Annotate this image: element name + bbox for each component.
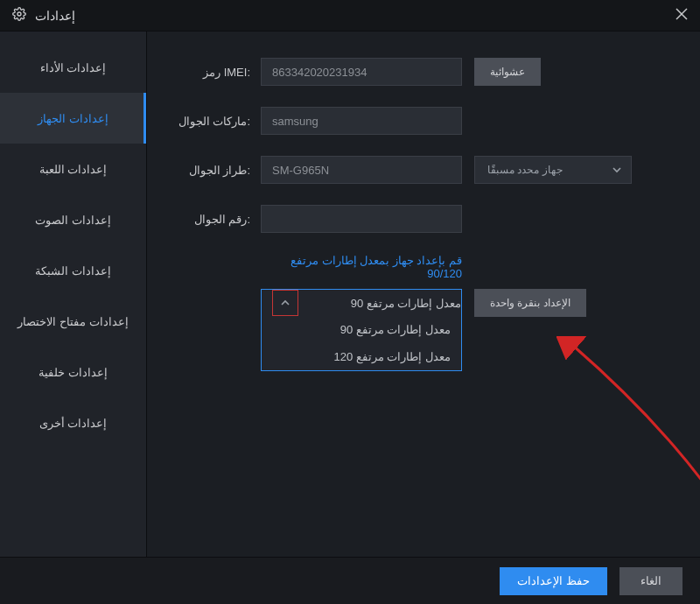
frame-rate-heading: قم بإعداد جهاز بمعدل إطارات مرتفع 90/120 xyxy=(261,254,462,280)
sidebar: إعدادات الأداء إعدادات الجهاز إعدادات ال… xyxy=(0,32,147,557)
one-click-setup-button[interactable]: الإعداد بنقرة واحدة xyxy=(474,289,586,317)
sidebar-item-network[interactable]: إعدادات الشبكة xyxy=(0,245,146,296)
sidebar-item-device[interactable]: إعدادات الجهاز xyxy=(0,93,146,144)
sidebar-item-game[interactable]: إعدادات اللعبة xyxy=(0,144,146,194)
close-icon xyxy=(676,8,688,20)
frame-rate-combobox[interactable]: معدل إطارات مرتفع 90 xyxy=(261,289,462,317)
preset-device-select[interactable]: جهاز محدد مسبقًا xyxy=(474,156,632,184)
model-label: طراز الجوال: xyxy=(158,164,261,177)
sidebar-item-label: إعدادات الجهاز xyxy=(38,112,108,125)
titlebar: إعدادات xyxy=(0,0,700,32)
annotation-arrow xyxy=(556,336,700,494)
row-model: طراز الجوال: جهاز محدد مسبقًا xyxy=(158,156,679,184)
svg-point-0 xyxy=(18,12,21,16)
save-button[interactable]: حفظ الإعدادات xyxy=(500,567,607,595)
chevron-up-icon xyxy=(280,298,290,308)
sidebar-item-label: إعدادات خلفية xyxy=(38,366,108,379)
footer: حفظ الإعدادات الغاء xyxy=(0,557,700,604)
frame-rate-option-90[interactable]: معدل إطارات مرتفع 90 xyxy=(262,316,461,343)
model-input[interactable] xyxy=(261,156,462,184)
frame-rate-dropdown: معدل إطارات مرتفع 90 معدل إطارات مرتفع 1… xyxy=(261,316,462,371)
row-imei: رمز IMEI: عشوائية xyxy=(158,58,679,86)
chevron-down-icon xyxy=(612,165,622,175)
sidebar-item-label: إعدادات الأداء xyxy=(40,61,107,74)
row-frame-rate: معدل إطارات مرتفع 90 معدل إطارات مرتفع 9… xyxy=(261,289,679,317)
random-imei-button[interactable]: عشوائية xyxy=(474,58,541,86)
sidebar-item-other[interactable]: إعدادات أخرى xyxy=(0,397,146,448)
sidebar-item-audio[interactable]: إعدادات الصوت xyxy=(0,194,146,245)
number-input[interactable] xyxy=(261,205,462,233)
sidebar-item-wallpaper[interactable]: إعدادات خلفية xyxy=(0,347,146,397)
sidebar-item-label: إعدادات مفتاح الاختصار xyxy=(18,315,128,328)
preset-device-label: جهاز محدد مسبقًا xyxy=(487,164,563,176)
sidebar-item-shortcut[interactable]: إعدادات مفتاح الاختصار xyxy=(0,296,146,347)
row-number: رقم الجوال: xyxy=(158,205,679,233)
imei-label: رمز IMEI: xyxy=(158,66,261,79)
brand-label: ماركات الجوال: xyxy=(158,115,261,128)
brand-input[interactable] xyxy=(261,107,462,135)
cancel-button[interactable]: الغاء xyxy=(620,567,682,595)
frame-rate-selected: معدل إطارات مرتفع 90 xyxy=(351,297,461,310)
gear-icon xyxy=(12,7,26,24)
row-brand: ماركات الجوال: xyxy=(158,107,679,135)
frame-rate-option-120[interactable]: معدل إطارات مرتفع 120 xyxy=(262,343,461,370)
combobox-arrow-highlight xyxy=(272,290,298,316)
sidebar-item-label: إعدادات أخرى xyxy=(39,417,108,430)
main-panel: رمز IMEI: عشوائية ماركات الجوال: طراز ال… xyxy=(147,32,700,557)
sidebar-item-label: إعدادات الشبكة xyxy=(35,264,111,277)
number-label: رقم الجوال: xyxy=(158,213,261,226)
imei-input[interactable] xyxy=(261,58,462,86)
sidebar-item-label: إعدادات الصوت xyxy=(35,214,111,227)
window-title: إعدادات xyxy=(35,9,75,23)
sidebar-item-performance[interactable]: إعدادات الأداء xyxy=(0,42,146,93)
sidebar-item-label: إعدادات اللعبة xyxy=(39,163,108,176)
close-button[interactable] xyxy=(676,8,688,23)
